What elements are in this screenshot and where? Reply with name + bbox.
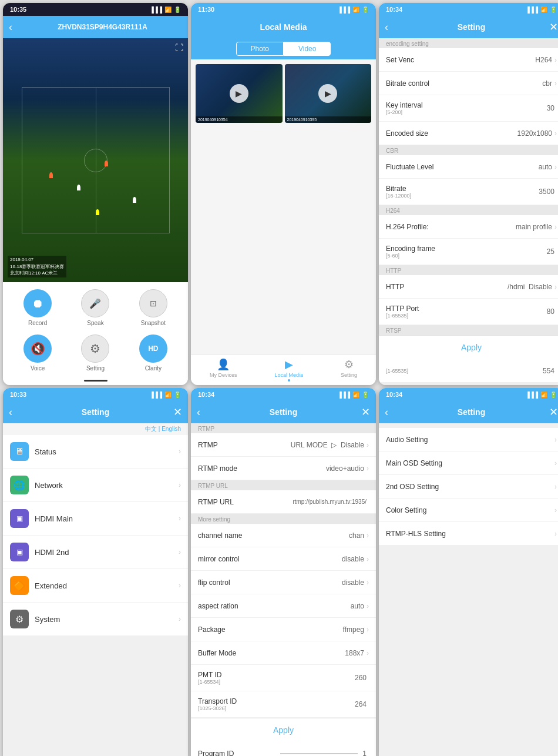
tab-photo[interactable]: Photo [236,42,284,56]
screen-encoding: 10:34 ▐▐▐ 📶 🔋 ‹ Setting ✕ encoding setti… [379,3,558,385]
mirror-control-row[interactable]: mirror control disable › [191,547,376,571]
setting-control[interactable]: ⚙ Setting [81,334,109,372]
encoding-close-icon[interactable]: ✕ [544,21,558,34]
record-button[interactable]: ⏺ [23,289,52,317]
lang-en[interactable]: English [162,426,181,432]
http-row[interactable]: HTTP /hdmi Disable › [379,275,558,299]
flip-control-row[interactable]: flip control disable › [191,571,376,594]
play-button-2[interactable]: ▶ [318,84,337,103]
rtmp-mode-row[interactable]: RTMP mode video+audio › [191,457,376,480]
rtsp-section-label: RTSP [379,325,558,335]
rtmp-url-row[interactable]: RTMP URL rtmp://publish.myun.tv:1935/ [191,490,376,514]
flip-control-label: flip control [198,578,342,587]
nav-my-devices-2[interactable]: 👤 My Devices [210,358,237,382]
program-id-slider[interactable] [280,753,358,754]
h264-profile-row[interactable]: H.264 Profile: main profile › [379,215,558,239]
main-osd-row[interactable]: Main OSD Setting › [379,451,558,475]
2nd-osd-chevron: › [554,483,557,491]
nav-setting-2[interactable]: ⚙ Setting [341,358,357,382]
media-thumb-2[interactable]: ▶ 2019040910395 [285,64,372,123]
package-row[interactable]: Package ffmpeg › [191,618,376,641]
menu-network[interactable]: 🌐 Network › [3,469,188,502]
bottom-indicator [3,377,188,385]
http-port-row[interactable]: HTTP Port [1-65535] 80 [379,299,558,325]
pmt-id-row[interactable]: PMT ID [1-65534] 260 [191,665,376,691]
rtmp-section-label: RTMP [191,423,376,433]
package-chevron: › [367,625,369,634]
system-icon: ⚙ [10,610,29,628]
buffer-mode-value: 188x7 [345,649,364,657]
bitrate-control-row[interactable]: Bitrate control cbr › [379,72,558,95]
color-setting-title: Setting [399,407,544,417]
nav-my-devices-label-2: My Devices [210,372,237,378]
status-time-2: 11:30 [198,6,214,13]
menu-hdmi-2nd[interactable]: ▣ HDMI 2nd › [3,536,188,569]
speak-button[interactable]: 🎤 [81,289,109,317]
rtmp-close-icon[interactable]: ✕ [356,406,370,419]
status-time-1: 10:35 [10,6,26,13]
rtmp-back-icon[interactable]: ‹ [197,406,211,419]
channel-name-row[interactable]: channel name chan › [191,524,376,547]
back-icon[interactable]: ‹ [9,21,23,34]
encoded-size-value: 1920x1080 [517,129,552,138]
menu-extended[interactable]: 🔶 Extended › [3,569,188,603]
aspect-ratio-row[interactable]: aspect ration auto › [191,594,376,618]
settings-close-icon[interactable]: ✕ [168,406,182,419]
menu-status[interactable]: 🖥 Status › [3,435,188,469]
voice-button[interactable]: 🔇 [23,334,52,363]
expand-icon[interactable]: ⛶ [175,43,183,52]
fluctuate-row[interactable]: Fluctuate Level auto › [379,155,558,179]
program-id-row[interactable]: Program ID 1 [191,742,376,756]
encoding-frame-row[interactable]: Encoding frame [5-60] 25 [379,239,558,265]
key-interval-row[interactable]: Key interval [5-200] 30 [379,95,558,122]
color-back-icon[interactable]: ‹ [385,406,399,419]
color-setting-chevron: › [554,506,557,514]
rtsp-port-row[interactable]: [1-65535] 554 [379,359,558,383]
clarity-button[interactable]: HD [139,334,167,363]
audio-setting-row[interactable]: Audio Setting › [379,428,558,451]
set-venc-label: Set Venc [386,56,535,64]
buffer-mode-chevron: › [367,649,369,657]
status-icons-6: ▐▐▐ 📶 🔋 [526,392,557,398]
snapshot-button[interactable]: ⊡ [139,289,167,317]
bitrate-row[interactable]: Bitrate [16-12000] 3500 [379,179,558,205]
2nd-osd-row[interactable]: 2nd OSD Setting › [379,475,558,499]
audio-setting-label: Audio Setting [386,436,554,444]
fluctuate-label: Fluctuate Level [386,163,539,171]
color-close-icon[interactable]: ✕ [544,406,558,419]
setting-button[interactable]: ⚙ [81,334,109,363]
media-thumb-1[interactable]: ▶ 2019040910354 [196,64,283,123]
color-setting-row[interactable]: Color Setting › [379,499,558,522]
tab-video[interactable]: Video [284,42,331,56]
clarity-control[interactable]: HD Clarity [139,334,167,372]
settings-back-icon[interactable]: ‹ [9,406,23,419]
encoded-size-row[interactable]: Encoded size 1920x1080 › [379,122,558,145]
voice-control[interactable]: 🔇 Voice [23,334,52,372]
media-grid: ▶ 2019040910354 ▶ 2019040910395 [191,59,376,212]
more-setting-section: More setting [191,514,376,524]
encoding-back-icon[interactable]: ‹ [385,21,399,34]
rtmp-row[interactable]: RTMP URL MODE ▷ Disable › [191,433,376,457]
record-control[interactable]: ⏺ Record [23,289,52,326]
home-indicator [84,380,107,382]
media-tab-bar: Photo Video [191,38,376,59]
speak-control[interactable]: 🎤 Speak [81,289,109,326]
status-time-4: 10:33 [10,391,26,398]
lang-zh[interactable]: 中文 [145,426,157,432]
apply-button-5[interactable]: Apply [191,718,376,742]
play-button-1[interactable]: ▶ [230,84,248,103]
transport-id-row[interactable]: Transport ID [1025-3026] 264 [191,691,376,718]
extended-label: Extended [35,581,179,590]
set-venc-row[interactable]: Set Venc H264 › [379,48,558,72]
snapshot-control[interactable]: ⊡ Snapshot [139,289,167,326]
menu-hdmi-main[interactable]: ▣ HDMI Main › [3,502,188,536]
nav-local-media-2[interactable]: ▶ Local Media [274,358,303,382]
color-setting-header: ‹ Setting ✕ [379,401,558,423]
rtmp-hls-row[interactable]: RTMP-HLS Setting › [379,522,558,546]
extended-chevron: › [179,581,181,590]
hdmi-2nd-chevron: › [179,548,181,556]
buffer-mode-row[interactable]: Buffer Mode 188x7 › [191,641,376,665]
lang-bar: 中文 | English [3,423,188,435]
apply-button-3[interactable]: Apply [379,335,558,359]
menu-system[interactable]: ⚙ System › [3,603,188,636]
